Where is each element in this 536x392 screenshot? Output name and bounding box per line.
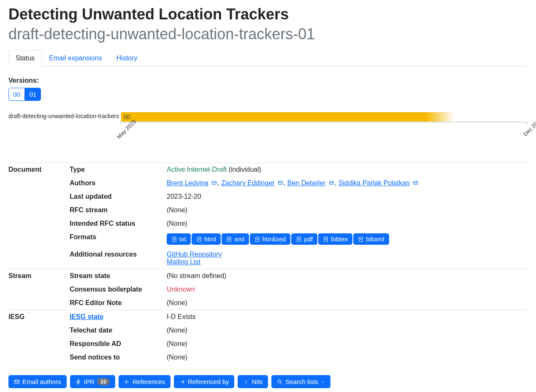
iesg-state-link[interactable]: IESG state (70, 313, 103, 320)
mail-icon[interactable] (211, 180, 217, 186)
additional-resource-link[interactable]: GitHub Repository (167, 251, 222, 258)
label-last-updated: Last updated (70, 190, 167, 203)
ipr-button[interactable]: IPR 10 (70, 375, 115, 388)
label-consensus: Consensus boilerplate (70, 283, 167, 296)
action-bar: Email authors IPR 10 References Referenc… (8, 375, 528, 388)
arrow-left-icon (124, 379, 130, 385)
alert-icon (243, 379, 249, 385)
label-additional: Additional resources (70, 248, 167, 269)
ipr-count-badge: 10 (97, 378, 110, 385)
file-icon (254, 236, 260, 242)
file-icon (171, 236, 177, 242)
tab-bar: Status Email expansions History (8, 50, 528, 67)
file-icon (358, 236, 364, 242)
file-icon (323, 236, 329, 242)
timeline-draft-name: draft-detecting-unwanted-location-tracke… (8, 112, 119, 119)
format-label: xml (234, 235, 244, 243)
additional-resource-link[interactable]: Mailing List (167, 258, 200, 265)
label-formats: Formats (70, 230, 167, 248)
ipr-label: IPR (84, 378, 95, 385)
svg-point-13 (278, 380, 281, 383)
references-button[interactable]: References (119, 375, 171, 388)
label-telechat: Telechat date (70, 324, 167, 337)
timeline-tick (527, 122, 528, 124)
label-authors: Authors (70, 176, 167, 190)
arrow-right-icon (179, 379, 185, 385)
file-icon (296, 236, 302, 242)
mail-icon[interactable] (412, 180, 419, 186)
search-icon (277, 379, 283, 385)
format-htmlized-button[interactable]: htmlized (250, 233, 291, 245)
value-formats: txthtmlxmlhtmlizedpdfbibtexbibxml (167, 230, 528, 248)
timeline-bar[interactable]: 00 (121, 112, 528, 122)
email-authors-button[interactable]: Email authors (8, 375, 67, 388)
mail-icon[interactable] (277, 180, 284, 186)
format-label: bibxml (366, 235, 384, 243)
search-lists-label: Search lists (285, 378, 318, 385)
tab-status[interactable]: Status (8, 50, 42, 67)
format-label: bibtex (331, 235, 348, 243)
version-00-button[interactable]: 00 (8, 88, 25, 101)
tab-history[interactable]: History (109, 50, 145, 67)
format-bibtex-button[interactable]: bibtex (318, 233, 352, 245)
format-label: txt (179, 235, 186, 243)
referenced-by-label: Referenced by (188, 378, 229, 385)
referenced-by-button[interactable]: Referenced by (174, 375, 235, 388)
file-icon (196, 236, 202, 242)
value-ad: (None) (167, 337, 528, 351)
timeline-track: 00 May 2023 Dec 20 (121, 112, 528, 137)
format-html-button[interactable]: html (192, 233, 221, 245)
timeline-tick (121, 122, 121, 124)
timeline-bar-label: 00 (124, 114, 130, 120)
label-iesg-state: IESG state (70, 310, 167, 324)
type-suffix: (individual) (227, 166, 261, 173)
value-editor-note: (None) (167, 296, 528, 310)
format-xml-button[interactable]: xml (222, 233, 249, 245)
format-pdf-button[interactable]: pdf (291, 233, 317, 245)
timeline-baseline (121, 122, 528, 122)
format-bibxml-button[interactable]: bibxml (353, 233, 389, 245)
author-link[interactable]: Siddika Parlak Polatkan (338, 179, 410, 187)
format-txt-button[interactable]: txt (167, 233, 191, 245)
svg-point-12 (246, 383, 246, 384)
mail-icon (14, 379, 20, 385)
chevron-down-icon (321, 380, 325, 384)
section-stream: Stream (8, 269, 70, 283)
author-link[interactable]: Zachary Eddinger (221, 179, 274, 187)
label-intended: Intended RFC status (70, 217, 167, 230)
label-editor-note: RFC Editor Note (70, 296, 167, 310)
author-link[interactable]: Brent Ledvina (167, 179, 208, 187)
tab-email-expansions[interactable]: Email expansions (42, 50, 109, 67)
section-document: Document (8, 163, 70, 177)
version-01-button[interactable]: 01 (25, 88, 41, 101)
label-type: Type (70, 163, 167, 177)
label-stream-state: Stream state (70, 269, 167, 283)
metadata-table: Document Type Active Internet-Draft (ind… (8, 162, 528, 364)
mail-icon[interactable] (328, 180, 335, 186)
version-buttons: 00 01 (8, 88, 528, 101)
value-telechat: (None) (167, 324, 528, 337)
bolt-icon (76, 379, 81, 385)
type-status: Active Internet-Draft (167, 166, 227, 173)
email-authors-label: Email authors (22, 378, 61, 385)
author-link[interactable]: Ben Detwiler (287, 179, 326, 187)
value-stream-state: (No stream defined) (167, 269, 528, 283)
value-type: Active Internet-Draft (individual) (167, 163, 528, 177)
timeline: draft-detecting-unwanted-location-tracke… (8, 112, 528, 137)
nits-button[interactable]: Nits (238, 375, 268, 388)
value-notices: (None) (167, 351, 528, 364)
file-icon (226, 236, 232, 242)
value-authors: Brent Ledvina , Zachary Eddinger , Ben D… (167, 176, 528, 190)
value-rfc-stream: (None) (167, 203, 528, 217)
value-additional: GitHub RepositoryMailing List (167, 248, 528, 269)
section-iesg: IESG (8, 310, 70, 324)
search-lists-button[interactable]: Search lists (271, 375, 330, 388)
page-title: Detecting Unwanted Location Trackers dra… (8, 5, 528, 43)
title-subtitle: draft-detecting-unwanted-location-tracke… (8, 25, 528, 43)
value-last-updated: 2023-12-20 (167, 190, 528, 203)
title-text: Detecting Unwanted Location Trackers (8, 5, 289, 23)
references-label: References (133, 378, 165, 385)
value-iesg-state: I-D Exists (167, 310, 528, 324)
label-rfc-stream: RFC stream (70, 203, 167, 217)
timeline-tick-label-end: Dec 20 (522, 121, 536, 138)
